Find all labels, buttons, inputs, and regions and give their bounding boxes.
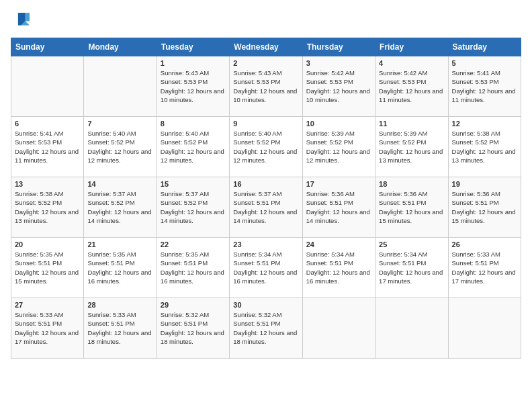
day-info: Sunrise: 5:33 AMSunset: 5:51 PMDaylight:… xyxy=(15,310,80,346)
calendar-cell: 30Sunrise: 5:32 AMSunset: 5:51 PMDayligh… xyxy=(230,298,302,359)
calendar-cell: 13Sunrise: 5:38 AMSunset: 5:52 PMDayligh… xyxy=(11,177,84,238)
calendar-cell xyxy=(84,56,157,117)
day-number: 19 xyxy=(452,180,517,188)
col-header-thursday: Thursday xyxy=(302,38,375,56)
calendar-cell xyxy=(11,56,84,117)
logo xyxy=(11,11,32,30)
day-info: Sunrise: 5:36 AMSunset: 5:51 PMDaylight:… xyxy=(379,189,444,225)
day-number: 25 xyxy=(379,240,444,248)
calendar-cell: 5Sunrise: 5:41 AMSunset: 5:53 PMDaylight… xyxy=(448,56,521,117)
day-info: Sunrise: 5:40 AMSunset: 5:52 PMDaylight:… xyxy=(87,129,152,165)
calendar-cell: 1Sunrise: 5:43 AMSunset: 5:53 PMDaylight… xyxy=(157,56,229,117)
day-number: 17 xyxy=(306,180,371,188)
day-info: Sunrise: 5:33 AMSunset: 5:51 PMDaylight:… xyxy=(452,250,517,285)
calendar-cell: 10Sunrise: 5:39 AMSunset: 5:52 PMDayligh… xyxy=(302,117,375,177)
day-info: Sunrise: 5:39 AMSunset: 5:52 PMDaylight:… xyxy=(306,129,371,165)
day-number: 10 xyxy=(306,120,371,128)
calendar-cell: 7Sunrise: 5:40 AMSunset: 5:52 PMDaylight… xyxy=(84,117,157,177)
calendar-cell: 16Sunrise: 5:37 AMSunset: 5:51 PMDayligh… xyxy=(230,177,302,238)
day-number: 14 xyxy=(87,180,152,188)
col-header-tuesday: Tuesday xyxy=(157,38,229,56)
day-info: Sunrise: 5:37 AMSunset: 5:52 PMDaylight:… xyxy=(87,189,152,225)
calendar-cell: 12Sunrise: 5:38 AMSunset: 5:52 PMDayligh… xyxy=(448,117,521,177)
day-number: 15 xyxy=(161,180,226,188)
day-info: Sunrise: 5:34 AMSunset: 5:51 PMDaylight:… xyxy=(233,250,298,285)
day-info: Sunrise: 5:33 AMSunset: 5:51 PMDaylight:… xyxy=(87,310,152,346)
calendar-cell: 18Sunrise: 5:36 AMSunset: 5:51 PMDayligh… xyxy=(375,177,448,238)
calendar-cell: 29Sunrise: 5:32 AMSunset: 5:51 PMDayligh… xyxy=(157,298,229,359)
calendar-cell: 14Sunrise: 5:37 AMSunset: 5:52 PMDayligh… xyxy=(84,177,157,238)
calendar-cell: 21Sunrise: 5:35 AMSunset: 5:51 PMDayligh… xyxy=(84,238,157,298)
day-info: Sunrise: 5:42 AMSunset: 5:53 PMDaylight:… xyxy=(379,68,444,104)
day-info: Sunrise: 5:36 AMSunset: 5:51 PMDaylight:… xyxy=(306,189,371,225)
calendar-cell xyxy=(448,298,521,359)
calendar-cell xyxy=(302,298,375,359)
day-number: 12 xyxy=(452,120,517,128)
day-info: Sunrise: 5:42 AMSunset: 5:53 PMDaylight:… xyxy=(306,68,371,104)
day-number: 23 xyxy=(233,240,298,248)
calendar-cell: 11Sunrise: 5:39 AMSunset: 5:52 PMDayligh… xyxy=(375,117,448,177)
day-info: Sunrise: 5:37 AMSunset: 5:51 PMDaylight:… xyxy=(233,189,298,225)
day-number: 22 xyxy=(161,240,226,248)
day-number: 3 xyxy=(306,59,371,67)
calendar-cell xyxy=(375,298,448,359)
col-header-wednesday: Wednesday xyxy=(230,38,302,56)
calendar-cell: 28Sunrise: 5:33 AMSunset: 5:51 PMDayligh… xyxy=(84,298,157,359)
day-number: 1 xyxy=(161,59,226,67)
day-number: 28 xyxy=(87,301,152,309)
day-number: 6 xyxy=(15,120,80,128)
calendar-cell: 15Sunrise: 5:37 AMSunset: 5:52 PMDayligh… xyxy=(157,177,229,238)
week-row-2: 6Sunrise: 5:41 AMSunset: 5:53 PMDaylight… xyxy=(11,117,521,177)
calendar-cell: 17Sunrise: 5:36 AMSunset: 5:51 PMDayligh… xyxy=(302,177,375,238)
day-info: Sunrise: 5:32 AMSunset: 5:51 PMDaylight:… xyxy=(233,310,298,346)
col-header-monday: Monday xyxy=(84,38,157,56)
col-header-saturday: Saturday xyxy=(448,38,521,56)
day-number: 26 xyxy=(452,240,517,248)
day-info: Sunrise: 5:40 AMSunset: 5:52 PMDaylight:… xyxy=(161,129,226,165)
day-number: 21 xyxy=(87,240,152,248)
calendar-cell: 20Sunrise: 5:35 AMSunset: 5:51 PMDayligh… xyxy=(11,238,84,298)
col-header-friday: Friday xyxy=(375,38,448,56)
day-number: 24 xyxy=(306,240,371,248)
calendar-cell: 24Sunrise: 5:34 AMSunset: 5:51 PMDayligh… xyxy=(302,238,375,298)
day-number: 5 xyxy=(452,59,517,67)
day-info: Sunrise: 5:38 AMSunset: 5:52 PMDaylight:… xyxy=(452,129,517,165)
day-info: Sunrise: 5:35 AMSunset: 5:51 PMDaylight:… xyxy=(15,250,80,285)
calendar-cell: 26Sunrise: 5:33 AMSunset: 5:51 PMDayligh… xyxy=(448,238,521,298)
calendar-cell: 4Sunrise: 5:42 AMSunset: 5:53 PMDaylight… xyxy=(375,56,448,117)
week-row-5: 27Sunrise: 5:33 AMSunset: 5:51 PMDayligh… xyxy=(11,298,521,359)
calendar-cell: 6Sunrise: 5:41 AMSunset: 5:53 PMDaylight… xyxy=(11,117,84,177)
day-info: Sunrise: 5:43 AMSunset: 5:53 PMDaylight:… xyxy=(161,68,226,104)
day-number: 30 xyxy=(233,301,298,309)
day-info: Sunrise: 5:40 AMSunset: 5:52 PMDaylight:… xyxy=(233,129,298,165)
day-info: Sunrise: 5:39 AMSunset: 5:52 PMDaylight:… xyxy=(379,129,444,165)
day-info: Sunrise: 5:37 AMSunset: 5:52 PMDaylight:… xyxy=(161,189,226,225)
calendar-cell: 8Sunrise: 5:40 AMSunset: 5:52 PMDaylight… xyxy=(157,117,229,177)
day-number: 11 xyxy=(379,120,444,128)
day-number: 29 xyxy=(161,301,226,309)
week-row-4: 20Sunrise: 5:35 AMSunset: 5:51 PMDayligh… xyxy=(11,238,521,298)
calendar-cell: 2Sunrise: 5:43 AMSunset: 5:53 PMDaylight… xyxy=(230,56,302,117)
day-info: Sunrise: 5:41 AMSunset: 5:53 PMDaylight:… xyxy=(452,68,517,104)
calendar-cell: 23Sunrise: 5:34 AMSunset: 5:51 PMDayligh… xyxy=(230,238,302,298)
calendar-cell: 9Sunrise: 5:40 AMSunset: 5:52 PMDaylight… xyxy=(230,117,302,177)
day-info: Sunrise: 5:34 AMSunset: 5:51 PMDaylight:… xyxy=(379,250,444,285)
day-info: Sunrise: 5:34 AMSunset: 5:51 PMDaylight:… xyxy=(306,250,371,285)
day-number: 2 xyxy=(233,59,298,67)
calendar-table: SundayMondayTuesdayWednesdayThursdayFrid… xyxy=(11,38,521,359)
day-info: Sunrise: 5:43 AMSunset: 5:53 PMDaylight:… xyxy=(233,68,298,104)
day-info: Sunrise: 5:32 AMSunset: 5:51 PMDaylight:… xyxy=(161,310,226,346)
header xyxy=(11,11,521,30)
week-row-1: 1Sunrise: 5:43 AMSunset: 5:53 PMDaylight… xyxy=(11,56,521,117)
day-info: Sunrise: 5:38 AMSunset: 5:52 PMDaylight:… xyxy=(15,189,80,225)
calendar-cell: 3Sunrise: 5:42 AMSunset: 5:53 PMDaylight… xyxy=(302,56,375,117)
calendar-cell: 22Sunrise: 5:35 AMSunset: 5:51 PMDayligh… xyxy=(157,238,229,298)
day-info: Sunrise: 5:35 AMSunset: 5:51 PMDaylight:… xyxy=(161,250,226,285)
day-number: 7 xyxy=(87,120,152,128)
day-info: Sunrise: 5:35 AMSunset: 5:51 PMDaylight:… xyxy=(87,250,152,285)
day-number: 13 xyxy=(15,180,80,188)
svg-marker-2 xyxy=(26,13,30,21)
day-number: 20 xyxy=(15,240,80,248)
week-row-3: 13Sunrise: 5:38 AMSunset: 5:52 PMDayligh… xyxy=(11,177,521,238)
day-number: 27 xyxy=(15,301,80,309)
